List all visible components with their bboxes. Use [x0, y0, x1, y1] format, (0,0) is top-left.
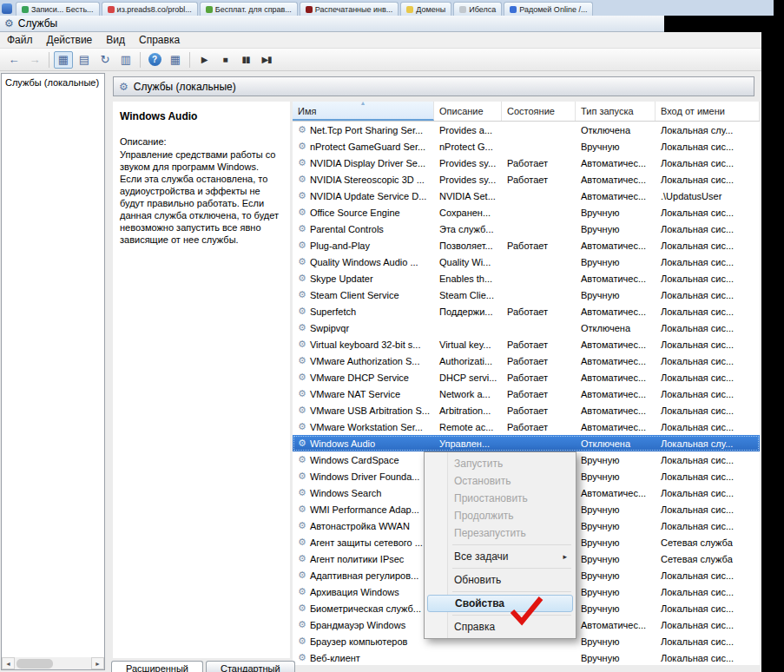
service-row[interactable]: ⚙Quality Windows Audio ...Quality Wi...В…: [293, 254, 760, 270]
browser-tab-label: из.preads8.co/probl...: [117, 5, 192, 14]
browser-icon[interactable]: [2, 3, 12, 14]
service-name-cell: ⚙NVIDIA Update Service D...: [293, 190, 434, 201]
context-menu-refresh[interactable]: Обновить: [426, 571, 574, 589]
service-description-cell: Steam Clie...: [434, 290, 502, 300]
service-row[interactable]: ⚙VMware USB Arbitration S...Arbitration.…: [293, 402, 760, 418]
service-description-cell: DHCP servi...: [434, 372, 502, 383]
service-startup-cell: Вручную: [576, 587, 656, 597]
browser-tab-6[interactable]: Ибелса: [453, 2, 502, 16]
service-row[interactable]: ⚙Веб-клиентВручнуюЛокальная сис...: [293, 649, 760, 665]
service-name: Веб-клиент: [310, 653, 360, 663]
toolbar-show-console-tree-button[interactable]: ▦: [54, 51, 73, 69]
column-header-description[interactable]: Описание: [434, 102, 502, 121]
context-menu-restart: Перезапустить: [426, 524, 574, 542]
service-row[interactable]: ⚙Parental ControlsЭта служб...ВручнуюЛок…: [293, 221, 760, 237]
service-row[interactable]: ⚙NVIDIA Stereoscopic 3D ...Provides sy..…: [293, 171, 760, 188]
service-startup-cell: Вручную: [576, 636, 656, 647]
service-description-cell: Provides sy...: [434, 175, 502, 185]
service-startup-cell: Вручную: [576, 455, 656, 465]
service-name: Агент защиты сетевого ...: [310, 537, 423, 548]
service-state-cell: Работает: [502, 306, 576, 317]
service-state-cell: Работает: [502, 158, 576, 168]
service-state-cell: Работает: [502, 240, 576, 251]
service-row[interactable]: ⚙SwpipvqrОтключенаЛокальная сис...: [293, 320, 760, 336]
context-menu-help[interactable]: Справка: [426, 618, 574, 636]
toolbar-refresh-button[interactable]: ↻: [96, 51, 115, 69]
browser-tab-4[interactable]: Распечатанные инв...: [300, 2, 399, 16]
browser-tab-2[interactable]: из.preads8.co/probl...: [102, 2, 198, 16]
service-row[interactable]: ⚙VMware Authorization S...Authorizati...…: [293, 352, 760, 369]
service-row[interactable]: ⚙Skype UpdaterEnables th...Автоматичес..…: [293, 270, 760, 287]
context-menu-all-tasks[interactable]: Все задачи▸: [426, 548, 574, 565]
tree-horizontal-scrollbar[interactable]: ◄ ►: [2, 657, 104, 669]
browser-tab-5[interactable]: Домены: [400, 2, 451, 16]
browser-tab-7[interactable]: Радомей Online /...: [504, 2, 593, 16]
toolbar-back-button[interactable]: ←: [4, 51, 23, 69]
service-gear-icon: ⚙: [298, 157, 306, 168]
window-title: Службы: [18, 17, 57, 30]
toolbar-restart-service-button[interactable]: ▶▮: [257, 51, 276, 69]
toolbar-extended-view-button[interactable]: ▦: [166, 51, 185, 69]
service-row[interactable]: ⚙VMware NAT ServiceNetwork a...РаботаетА…: [293, 385, 760, 402]
toolbar-start-service-button[interactable]: ▶: [194, 51, 214, 69]
service-logon-cell: .\UpdatusUser: [656, 191, 760, 201]
service-row[interactable]: ⚙NVIDIA Update Service D...NVIDIA Set...…: [293, 188, 760, 204]
service-row[interactable]: ⚙NVIDIA Display Driver Se...Provides sy.…: [293, 155, 760, 171]
scroll-right-icon[interactable]: ►: [91, 657, 104, 669]
toolbar-export-list-button[interactable]: ▤: [75, 51, 94, 69]
services-gear-icon: ⚙: [119, 81, 128, 93]
service-startup-cell: Вручную: [576, 471, 656, 482]
view-tab-extended[interactable]: Расширенный: [111, 661, 203, 672]
toolbar-pause-service-button[interactable]: ▮▮: [236, 51, 255, 69]
service-name-cell: ⚙Office Source Engine: [293, 207, 434, 218]
column-header-startup[interactable]: Тип запуска: [576, 102, 656, 121]
menu-separator: [452, 544, 571, 545]
service-name: VMware DHCP Service: [310, 372, 409, 383]
service-row[interactable]: ⚙SuperfetchПоддержи...РаботаетАвтоматиче…: [293, 303, 760, 320]
column-header-logon[interactable]: Вход от имени: [656, 102, 760, 121]
scroll-left-icon[interactable]: ◄: [2, 657, 15, 669]
service-row[interactable]: ⚙Virtual keyboard 32-bit s...Virtual key…: [293, 336, 760, 352]
tab-favicon: [306, 6, 313, 13]
service-row[interactable]: ⚙Office Source EngineСохранен...ВручнуюЛ…: [293, 204, 760, 221]
service-description-cell: Authorizati...: [434, 356, 502, 366]
service-row[interactable]: ⚙Net.Tcp Port Sharing Ser...Provides a..…: [293, 122, 760, 138]
services-app-icon: ⚙: [4, 18, 14, 29]
service-logon-cell: Локальная сис...: [656, 240, 760, 251]
service-gear-icon: ⚙: [298, 207, 306, 218]
service-row[interactable]: ⚙Steam Client ServiceSteam Clie...Вручну…: [293, 287, 760, 303]
menubar-item-view[interactable]: Вид: [99, 32, 132, 48]
service-startup-cell: Автоматичес...: [576, 488, 656, 498]
tab-favicon: [108, 6, 115, 13]
tree-item-services-local[interactable]: Службы (локальные): [2, 74, 104, 91]
service-logon-cell: Сетевая служба: [656, 554, 760, 564]
service-startup-cell: Вручную: [576, 653, 656, 663]
context-menu-properties[interactable]: Свойства: [427, 595, 573, 612]
view-tab-standard[interactable]: Стандартный: [206, 661, 295, 672]
browser-tab-1[interactable]: Записи... Бесть...: [16, 2, 100, 16]
browser-tab-3[interactable]: Бесплат. для справ...: [200, 2, 298, 16]
menubar-item-action[interactable]: Действие: [40, 32, 100, 48]
service-gear-icon: ⚙: [298, 438, 306, 449]
service-logon-cell: Локальная сис...: [656, 488, 760, 498]
toolbar-help-button[interactable]: ?: [145, 51, 164, 69]
service-row[interactable]: ⚙Plug-and-PlayПозволяет...РаботаетАвтома…: [293, 237, 760, 254]
toolbar-export-button[interactable]: ▥: [116, 51, 135, 69]
service-row[interactable]: ⚙VMware Workstation Ser...Remote ac...Ра…: [293, 418, 760, 435]
service-row[interactable]: ⚙nProtect GameGuard Ser...nProtect G...В…: [293, 138, 760, 155]
service-description-cell: Сохранен...: [434, 208, 502, 218]
menubar-item-file[interactable]: Файл: [0, 32, 40, 48]
service-name: Windows CardSpace: [310, 455, 399, 465]
service-logon-cell: Локальная сис...: [656, 405, 760, 416]
menubar-item-help[interactable]: Справка: [132, 32, 187, 48]
service-name-cell: ⚙Virtual keyboard 32-bit s...: [293, 339, 434, 350]
toolbar-forward-button[interactable]: →: [25, 51, 44, 69]
toolbar-stop-service-button[interactable]: ■: [215, 51, 234, 69]
browser-tab-label: Записи... Бесть...: [31, 5, 94, 14]
service-row[interactable]: ⚙Windows AudioУправлен...ОтключенаЛокаль…: [293, 435, 760, 451]
service-row[interactable]: ⚙VMware DHCP ServiceDHCP servi...Работае…: [293, 369, 760, 385]
scrollbar-thumb[interactable]: [16, 659, 53, 669]
column-header-name[interactable]: Имя▲: [293, 102, 434, 121]
column-header-state[interactable]: Состояние: [502, 102, 576, 121]
service-gear-icon: ⚙: [298, 636, 306, 647]
